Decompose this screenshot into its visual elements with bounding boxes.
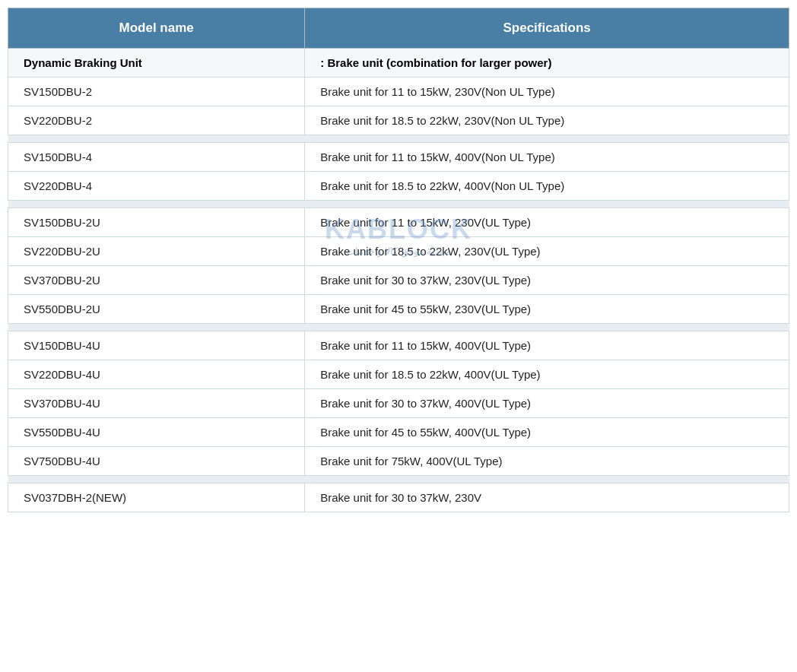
spec-cell: Brake unit for 30 to 37kW, 400V(UL Type): [305, 389, 789, 418]
table-header-row: Model name Specifications: [8, 8, 789, 49]
spec-cell: Brake unit for 45 to 55kW, 230V(UL Type): [305, 295, 789, 324]
model-cell: SV150DBU-2U: [8, 208, 305, 237]
model-cell: SV370DBU-4U: [8, 389, 305, 418]
spec-cell: Brake unit for 18.5 to 22kW, 230V(Non UL…: [305, 106, 789, 135]
table-row: SV550DBU-2UBrake unit for 45 to 55kW, 23…: [8, 295, 789, 324]
spec-cell: Brake unit for 11 to 15kW, 230V(UL Type): [305, 208, 789, 237]
spec-cell: Brake unit for 18.5 to 22kW, 230V(UL Typ…: [305, 237, 789, 266]
model-cell: SV150DBU-4U: [8, 331, 305, 360]
model-cell: SV550DBU-2U: [8, 295, 305, 324]
model-cell: SV370DBU-2U: [8, 266, 305, 295]
model-cell: SV550DBU-4U: [8, 418, 305, 447]
spec-cell: Brake unit for 11 to 15kW, 400V(UL Type): [305, 331, 789, 360]
model-cell: SV150DBU-2: [8, 78, 305, 106]
table-row: SV150DBU-4Brake unit for 11 to 15kW, 400…: [8, 143, 789, 172]
table-row: SV370DBU-4UBrake unit for 30 to 37kW, 40…: [8, 389, 789, 418]
model-cell: SV150DBU-4: [8, 143, 305, 172]
table-row: SV220DBU-2UBrake unit for 18.5 to 22kW, …: [8, 237, 789, 266]
spec-cell: : Brake unit (combination for larger pow…: [305, 49, 789, 78]
model-cell: SV750DBU-4U: [8, 447, 305, 476]
spec-cell: Brake unit for 75kW, 400V(UL Type): [305, 447, 789, 476]
table-row: SV220DBU-4UBrake unit for 18.5 to 22kW, …: [8, 360, 789, 389]
table-row: SV550DBU-4UBrake unit for 45 to 55kW, 40…: [8, 418, 789, 447]
specifications-table-container: KABLOCK مبادلهٔ موفق کالا و خدمات Model …: [8, 8, 789, 512]
table-row: SV750DBU-4UBrake unit for 75kW, 400V(UL …: [8, 447, 789, 476]
spacer-row: [8, 324, 789, 331]
model-cell: SV037DBH-2(NEW): [8, 483, 305, 512]
spec-cell: Brake unit for 11 to 15kW, 400V(Non UL T…: [305, 143, 789, 172]
spacer-row: [8, 201, 789, 208]
spec-cell: Brake unit for 30 to 37kW, 230V: [305, 483, 789, 512]
header-model-name: Model name: [8, 8, 305, 49]
spec-cell: Brake unit for 18.5 to 22kW, 400V(Non UL…: [305, 172, 789, 201]
spacer-row: [8, 476, 789, 483]
table-row: SV220DBU-2Brake unit for 18.5 to 22kW, 2…: [8, 106, 789, 135]
spacer-row: [8, 135, 789, 143]
model-cell: Dynamic Braking Unit: [8, 49, 305, 78]
table-row: SV150DBU-4UBrake unit for 11 to 15kW, 40…: [8, 331, 789, 360]
table-row: SV150DBU-2Brake unit for 11 to 15kW, 230…: [8, 78, 789, 106]
table-row: SV037DBH-2(NEW)Brake unit for 30 to 37kW…: [8, 483, 789, 512]
table-row: SV370DBU-2UBrake unit for 30 to 37kW, 23…: [8, 266, 789, 295]
model-cell: SV220DBU-4U: [8, 360, 305, 389]
spec-cell: Brake unit for 30 to 37kW, 230V(UL Type): [305, 266, 789, 295]
table-row: SV220DBU-4Brake unit for 18.5 to 22kW, 4…: [8, 172, 789, 201]
spec-cell: Brake unit for 11 to 15kW, 230V(Non UL T…: [305, 78, 789, 106]
spec-cell: Brake unit for 45 to 55kW, 400V(UL Type): [305, 418, 789, 447]
header-specifications: Specifications: [305, 8, 789, 49]
specifications-table: Model name Specifications Dynamic Brakin…: [8, 8, 789, 512]
model-cell: SV220DBU-2: [8, 106, 305, 135]
model-cell: SV220DBU-4: [8, 172, 305, 201]
category-row: Dynamic Braking Unit: Brake unit (combin…: [8, 49, 789, 78]
spec-cell: Brake unit for 18.5 to 22kW, 400V(UL Typ…: [305, 360, 789, 389]
table-row: SV150DBU-2UBrake unit for 11 to 15kW, 23…: [8, 208, 789, 237]
model-cell: SV220DBU-2U: [8, 237, 305, 266]
